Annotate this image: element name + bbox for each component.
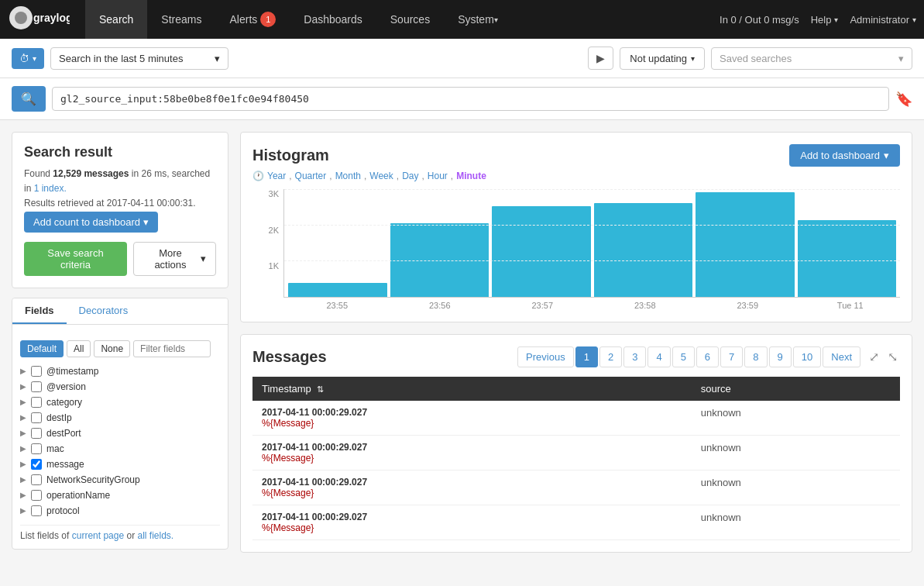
time-link-hour[interactable]: Hour <box>428 171 448 181</box>
all-fields-link[interactable]: all fields. <box>137 530 173 541</box>
field-checkbox-nsg[interactable] <box>31 474 42 485</box>
field-expand-icon[interactable]: ▶ <box>20 460 26 468</box>
field-checkbox-version[interactable] <box>31 381 42 392</box>
more-actions-btn[interactable]: More actions ▾ <box>133 242 216 276</box>
nav-items: Search Streams Alerts 1 Dashboards Sourc… <box>85 0 720 39</box>
tab-fields[interactable]: Fields <box>12 298 67 324</box>
sort-icon[interactable]: ⇅ <box>317 384 324 394</box>
pagination: Previous 1 2 3 4 5 6 7 8 9 10 Next <box>517 346 860 367</box>
field-expand-icon[interactable]: ▶ <box>20 382 26 391</box>
help-menu[interactable]: Help ▾ <box>811 14 839 26</box>
msg-content-4[interactable]: %{Message} <box>262 522 682 533</box>
page-10-btn[interactable]: 10 <box>793 346 821 367</box>
filter-fields-input[interactable] <box>133 340 211 357</box>
field-checkbox-opname[interactable] <box>31 490 42 501</box>
nav-alerts[interactable]: Alerts 1 <box>215 0 290 39</box>
add-count-to-dashboard-btn[interactable]: Add count to dashboard ▾ <box>24 212 158 233</box>
query-input[interactable] <box>52 87 889 111</box>
admin-menu[interactable]: Administrator ▾ <box>850 14 916 26</box>
field-checkbox-mac[interactable] <box>31 443 42 454</box>
nav-streams[interactable]: Streams <box>147 0 215 39</box>
field-name-nsg[interactable]: NetworkSecurityGroup <box>46 474 140 485</box>
nav-dashboards[interactable]: Dashboards <box>290 0 376 39</box>
alerts-badge: 1 <box>260 12 276 27</box>
time-link-quarter[interactable]: Quarter <box>295 171 327 181</box>
field-name-protocol[interactable]: protocol <box>46 505 80 516</box>
msg-content-1[interactable]: %{Message} <box>262 418 682 429</box>
found-count: 12,529 <box>53 168 81 179</box>
bookmark-button[interactable]: 🔖 <box>895 91 912 108</box>
field-expand-icon[interactable]: ▶ <box>20 367 26 375</box>
field-item-destip: ▶ destIp <box>20 410 220 426</box>
execute-search-button[interactable]: 🔍 <box>12 86 46 112</box>
page-7-btn[interactable]: 7 <box>720 346 743 367</box>
page-2-btn[interactable]: 2 <box>599 346 622 367</box>
field-expand-icon[interactable]: ▶ <box>20 413 26 422</box>
field-expand-icon[interactable]: ▶ <box>20 398 26 406</box>
index-link[interactable]: 1 index. <box>34 183 67 194</box>
filter-all-btn[interactable]: All <box>67 340 91 357</box>
page-4-btn[interactable]: 4 <box>647 346 670 367</box>
field-expand-icon[interactable]: ▶ <box>20 506 26 515</box>
time-link-day[interactable]: Day <box>402 171 418 181</box>
filter-none-btn[interactable]: None <box>94 340 130 357</box>
filter-default-btn[interactable]: Default <box>20 340 64 357</box>
msg-content-3[interactable]: %{Message} <box>262 488 682 498</box>
field-checkbox-protocol[interactable] <box>31 505 42 516</box>
more-actions-caret-icon: ▾ <box>201 253 206 264</box>
field-checkbox-destport[interactable] <box>31 428 42 439</box>
field-checkbox-destip[interactable] <box>31 412 42 423</box>
page-8-btn[interactable]: 8 <box>744 346 767 367</box>
field-expand-icon[interactable]: ▶ <box>20 491 26 499</box>
field-name-version[interactable]: @version <box>46 381 86 392</box>
field-name-opname[interactable]: operationName <box>46 490 110 501</box>
time-link-minute[interactable]: Minute <box>456 171 486 181</box>
updating-toggle[interactable]: Not updating ▾ <box>620 47 705 70</box>
page-5-btn[interactable]: 5 <box>672 346 695 367</box>
play-button[interactable]: ▶ <box>588 47 613 70</box>
time-link-year[interactable]: Year <box>267 171 286 181</box>
table-row: 2017-04-11 00:00:29.027 %{Message} unkno… <box>252 436 900 471</box>
page-3-btn[interactable]: 3 <box>623 346 646 367</box>
field-name-timestamp[interactable]: @timestamp <box>46 366 99 377</box>
expand-view-btn[interactable]: ⤢ <box>867 347 881 367</box>
field-checkbox-message[interactable] <box>31 459 42 470</box>
search-result-box: Search result Found 12,529 messages in 2… <box>12 132 228 288</box>
field-expand-icon[interactable]: ▶ <box>20 429 26 437</box>
field-checkbox-timestamp[interactable] <box>31 366 42 377</box>
field-name-destip[interactable]: destIp <box>46 412 72 423</box>
field-name-mac[interactable]: mac <box>46 443 64 454</box>
field-expand-icon[interactable]: ▶ <box>20 444 26 453</box>
expand-icons: ⤢ ⤡ <box>867 347 900 367</box>
field-name-message[interactable]: message <box>46 459 84 470</box>
saved-searches-dropdown[interactable]: Saved searches ▾ <box>711 47 912 70</box>
nav-search[interactable]: Search <box>85 0 147 39</box>
field-name-category[interactable]: category <box>46 397 82 408</box>
messages-header: Messages Previous 1 2 3 4 5 6 7 8 9 10 <box>252 346 900 367</box>
page-9-btn[interactable]: 9 <box>769 346 792 367</box>
add-to-dashboard-btn[interactable]: Add to dashboard ▾ <box>789 144 900 167</box>
fields-filter-row: Default All None <box>20 340 220 357</box>
tab-decorators[interactable]: Decorators <box>67 298 141 324</box>
save-search-btn[interactable]: Save search criteria <box>24 242 127 276</box>
msg-source-3: unknown <box>692 471 900 505</box>
field-name-destport[interactable]: destPort <box>46 428 81 439</box>
msg-source-1: unknown <box>692 401 900 436</box>
nav-system[interactable]: System ▾ <box>444 0 512 39</box>
sidebar: Search result Found 12,529 messages in 2… <box>12 132 228 553</box>
collapse-view-btn[interactable]: ⤡ <box>885 347 900 367</box>
time-link-month[interactable]: Month <box>335 171 361 181</box>
page-6-btn[interactable]: 6 <box>696 346 719 367</box>
msg-content-2[interactable]: %{Message} <box>262 453 682 464</box>
add-count-caret-icon: ▾ <box>143 216 149 228</box>
next-page-btn[interactable]: Next <box>823 346 860 367</box>
field-checkbox-category[interactable] <box>31 397 42 408</box>
nav-sources[interactable]: Sources <box>376 0 444 39</box>
prev-page-btn[interactable]: Previous <box>517 346 574 367</box>
field-expand-icon[interactable]: ▶ <box>20 475 26 484</box>
search-type-btn[interactable]: ⏱ ▾ <box>12 48 44 69</box>
page-1-btn[interactable]: 1 <box>575 346 598 367</box>
current-page-link[interactable]: current page <box>72 530 124 541</box>
time-range-selector[interactable]: Search in the last 5 minutes ▾ <box>50 47 228 70</box>
time-link-week[interactable]: Week <box>369 171 393 181</box>
